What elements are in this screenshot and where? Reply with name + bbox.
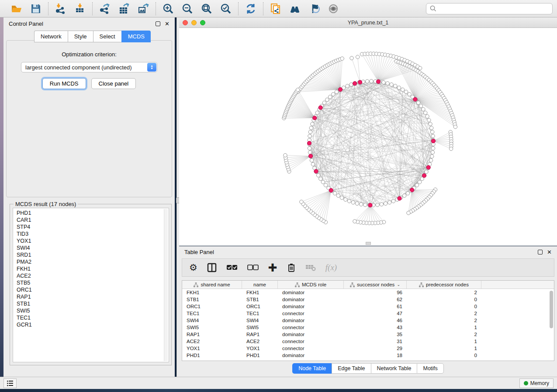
tab-network-table[interactable]: Network Table: [371, 363, 417, 374]
list-item[interactable]: GCR1: [17, 321, 169, 328]
zoom-in-icon[interactable]: [162, 2, 175, 15]
save-icon[interactable]: [29, 2, 42, 15]
cell-shared-name: ORC1: [182, 304, 242, 309]
list-item[interactable]: STP4: [17, 224, 169, 230]
table-header-row: shared name name MCDS role successor nod…: [182, 281, 554, 289]
deselect-all-icon[interactable]: [247, 264, 259, 271]
close-panel-button[interactable]: Close panel: [91, 78, 136, 89]
list-item[interactable]: STB1: [17, 300, 169, 307]
float-window-icon[interactable]: [156, 21, 160, 26]
cell-successor-nodes: 43: [344, 325, 407, 330]
scrollbar-thumb[interactable]: [550, 291, 553, 328]
table-row[interactable]: ACE2ACE2connector311: [182, 338, 554, 345]
add-column-icon[interactable]: ✚: [268, 263, 277, 272]
mcds-result-list[interactable]: PHD1 CAR1 STP4 TID3 YOX1 SWI4 SRD1 PMA2 …: [13, 208, 169, 362]
list-item[interactable]: SWI5: [17, 307, 169, 314]
show-all-eye-icon[interactable]: [327, 2, 340, 15]
close-panel-icon[interactable]: ✕: [547, 250, 552, 254]
list-scrollbar[interactable]: [164, 209, 168, 361]
hide-selected-icon[interactable]: [308, 2, 321, 15]
cell-mcds-role: dominator: [278, 353, 344, 358]
sort-descending-icon: ⌄: [397, 282, 400, 287]
list-item[interactable]: CAR1: [17, 217, 169, 224]
tab-edge-table[interactable]: Edge Table: [332, 363, 370, 374]
table-panel-title: Table Panel: [184, 249, 214, 255]
export-image-icon[interactable]: [137, 2, 150, 15]
list-item[interactable]: SWI4: [17, 244, 169, 251]
cell-name: RAP1: [242, 332, 278, 337]
table-row[interactable]: TEC1TEC1connector472: [182, 310, 554, 317]
network-canvas[interactable]: [179, 28, 557, 246]
column-header-name[interactable]: name: [242, 281, 278, 289]
zoom-fit-icon[interactable]: [200, 2, 213, 15]
tab-mcds[interactable]: MCDS: [121, 31, 151, 42]
cell-mcds-role: dominator: [278, 290, 344, 295]
canvas-splitter-grip[interactable]: [366, 242, 371, 245]
export-network-icon[interactable]: [98, 2, 111, 15]
search-input[interactable]: [439, 6, 549, 12]
cell-predecessor-nodes: 1: [407, 339, 481, 344]
share-document-icon[interactable]: [269, 2, 282, 15]
column-header-mcds-role[interactable]: MCDS role: [278, 281, 344, 289]
list-item[interactable]: SRD1: [17, 251, 169, 258]
table-scrollbar[interactable]: [549, 290, 554, 361]
search-network-icon[interactable]: [288, 2, 301, 15]
criterion-dropdown[interactable]: largest connected component (undirected)…: [21, 62, 157, 72]
close-panel-icon[interactable]: ✕: [165, 21, 170, 26]
run-mcds-button[interactable]: Run MCDS: [42, 78, 86, 89]
list-item[interactable]: TEC1: [17, 314, 169, 321]
network-column-icon: [194, 282, 198, 287]
table-row[interactable]: RAP1RAP1dominator352: [182, 331, 554, 338]
zoom-out-icon[interactable]: [181, 2, 194, 15]
network-graph[interactable]: [179, 28, 557, 246]
import-network-icon[interactable]: [54, 2, 67, 15]
open-folder-icon[interactable]: [10, 2, 23, 15]
list-item[interactable]: TID3: [17, 230, 169, 237]
tab-style[interactable]: Style: [68, 31, 93, 42]
cell-successor-nodes: 35: [344, 332, 407, 337]
task-history-button[interactable]: [3, 378, 17, 388]
show-columns-icon[interactable]: [207, 263, 217, 272]
tab-node-table[interactable]: Node Table: [292, 363, 332, 374]
table-settings-gear-icon[interactable]: ⚙: [189, 263, 197, 272]
memory-button[interactable]: Memory: [519, 378, 554, 388]
cell-mcds-role: dominator: [278, 297, 344, 302]
column-header-shared-name[interactable]: shared name: [182, 281, 242, 289]
list-item[interactable]: PMA2: [17, 258, 169, 265]
column-label: predecessor nodes: [426, 282, 469, 287]
select-all-icon[interactable]: [226, 264, 238, 271]
table-row[interactable]: STB1STB1dominator620: [182, 296, 554, 303]
list-item[interactable]: RAP1: [17, 293, 169, 300]
list-item[interactable]: ORC1: [17, 286, 169, 293]
column-label: shared name: [201, 282, 230, 287]
export-table-icon[interactable]: [118, 2, 131, 15]
table-row[interactable]: SWI5SWI5connector431: [182, 324, 554, 331]
list-item[interactable]: PHD1: [17, 210, 169, 217]
column-header-successor-nodes[interactable]: successor nodes ⌄: [344, 281, 407, 289]
network-window-titlebar[interactable]: YPA_prune.txt_1: [179, 17, 557, 28]
table-row[interactable]: PHD1PHD1dominator180: [182, 352, 554, 359]
cell-successor-nodes: 31: [344, 339, 407, 344]
list-item[interactable]: FKH1: [17, 265, 169, 272]
import-table-icon[interactable]: [73, 2, 86, 15]
table-row[interactable]: YOX1YOX1connector291: [182, 345, 554, 352]
cell-name: ACE2: [242, 339, 278, 344]
refresh-icon[interactable]: [244, 2, 257, 15]
tab-motifs[interactable]: Motifs: [417, 363, 443, 374]
cell-successor-nodes: 46: [344, 318, 407, 323]
tab-select[interactable]: Select: [93, 31, 121, 42]
zoom-selected-icon[interactable]: [219, 2, 232, 15]
cell-shared-name: RAP1: [182, 332, 242, 337]
table-row[interactable]: FKH1FKH1dominator962: [182, 289, 554, 296]
table-row[interactable]: SWI4SWI4dominator462: [182, 317, 554, 324]
delete-trash-icon[interactable]: [287, 263, 296, 272]
list-item[interactable]: STB5: [17, 279, 169, 286]
list-item[interactable]: ACE2: [17, 272, 169, 279]
table-row[interactable]: ORC1ORC1dominator610: [182, 303, 554, 310]
desktop-wallpaper-left: [0, 17, 3, 390]
column-header-predecessor-nodes[interactable]: predecessor nodes: [407, 281, 481, 289]
float-window-icon[interactable]: [538, 250, 543, 254]
list-item[interactable]: YOX1: [17, 237, 169, 244]
search-box[interactable]: [426, 3, 553, 14]
tab-network[interactable]: Network: [34, 31, 68, 42]
